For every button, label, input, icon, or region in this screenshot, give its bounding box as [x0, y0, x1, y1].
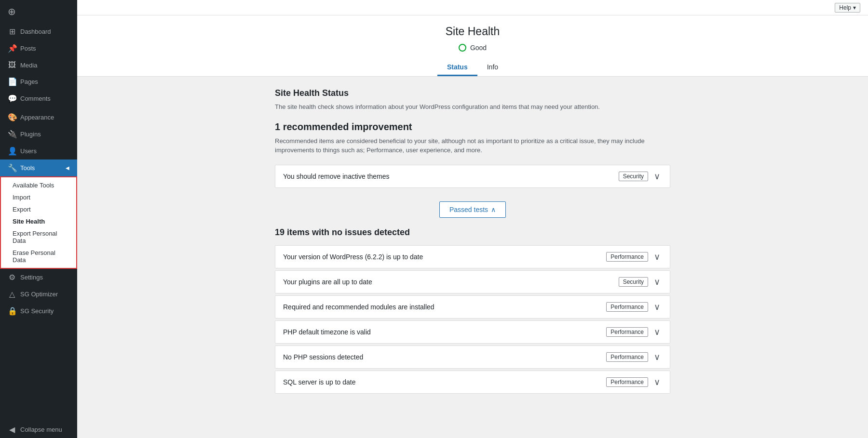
sg-optimizer-icon: △: [8, 290, 16, 299]
comments-icon: 💬: [8, 94, 16, 103]
page-title: Site Health: [77, 25, 868, 38]
recommended-items: You should remove inactive themes Securi…: [275, 165, 670, 188]
tabs: Status Info: [77, 59, 868, 76]
sidebar-item-pages[interactable]: 📄 Pages: [0, 73, 77, 90]
tools-submenu: Available Tools Import Export Site Healt…: [0, 176, 77, 269]
check-item-label-4: No PHP sessions detected: [283, 353, 363, 361]
expand-button-ni-5[interactable]: ∨: [652, 377, 662, 387]
submenu-export[interactable]: Export: [1, 203, 76, 215]
collapse-icon: ◀: [8, 425, 16, 434]
users-icon: 👤: [8, 146, 16, 156]
check-item-2: Required and recommended modules are ins…: [275, 295, 670, 319]
check-item-label: You should remove inactive themes: [283, 173, 390, 180]
check-item-3: PHP default timezone is valid Performanc…: [275, 320, 670, 344]
check-item-0: Your version of WordPress (6.2.2) is up …: [275, 245, 670, 268]
expand-button-0[interactable]: ∨: [652, 171, 662, 182]
content-area: Site Health Status The site health check…: [256, 77, 690, 407]
check-item-1: Your plugins are all up to date Security…: [275, 270, 670, 293]
sidebar-item-dashboard[interactable]: ⊞ Dashboard: [0, 23, 77, 40]
badge-2: Performance: [606, 302, 648, 312]
sg-security-icon: 🔒: [8, 306, 16, 316]
check-item-right: Security ∨: [619, 171, 662, 182]
posts-icon: 📌: [8, 44, 16, 53]
sidebar-item-media[interactable]: 🖼 Media: [0, 57, 77, 73]
media-icon: 🖼: [8, 61, 16, 69]
plugins-icon: 🔌: [8, 130, 16, 139]
sidebar: ⊕ ⊞ Dashboard 📌 Posts 🖼 Media 📄 Pages 💬 …: [0, 0, 77, 438]
sidebar-logo: ⊕: [0, 0, 77, 23]
check-item-label-1: Your plugins are all up to date: [283, 278, 372, 286]
badge-1: Security: [619, 277, 648, 287]
health-status: Good: [77, 44, 868, 52]
submenu-available-tools[interactable]: Available Tools: [1, 179, 76, 191]
submenu-import[interactable]: Import: [1, 191, 76, 203]
pages-icon: 📄: [8, 77, 16, 86]
health-status-label: Good: [470, 44, 487, 52]
check-item-4: No PHP sessions detected Performance ∨: [275, 345, 670, 369]
sidebar-item-collapse[interactable]: ◀ Collapse menu: [0, 421, 77, 438]
check-item-5: SQL server is up to date Performance ∨: [275, 371, 670, 394]
check-item-label-0: Your version of WordPress (6.2.2) is up …: [283, 253, 423, 261]
submenu-site-health[interactable]: Site Health: [1, 215, 76, 227]
settings-icon: ⚙: [8, 273, 16, 282]
tab-info[interactable]: Info: [477, 59, 508, 76]
badge-security: Security: [619, 172, 648, 181]
check-item-recommended-0: You should remove inactive themes Securi…: [275, 165, 670, 188]
sidebar-item-posts[interactable]: 📌 Posts: [0, 40, 77, 57]
main-content: Help ▾ Site Health Good Status Info Site…: [77, 0, 868, 438]
badge-0: Performance: [606, 252, 648, 262]
check-item-label-5: SQL server is up to date: [283, 378, 355, 386]
passed-tests-section: Passed tests ∧: [275, 201, 670, 218]
sidebar-item-sg-security[interactable]: 🔒 SG Security: [0, 303, 77, 319]
appearance-icon: 🎨: [8, 113, 16, 122]
tools-icon: 🔧: [8, 163, 16, 173]
badge-3: Performance: [606, 327, 648, 337]
tab-status[interactable]: Status: [437, 59, 477, 76]
passed-tests-button[interactable]: Passed tests ∧: [439, 201, 506, 218]
topbar: Help ▾: [77, 0, 868, 15]
passed-tests-label: Passed tests: [449, 206, 488, 213]
badge-4: Performance: [606, 352, 648, 362]
expand-button-ni-2[interactable]: ∨: [652, 302, 662, 312]
expand-button-ni-1[interactable]: ∨: [652, 277, 662, 287]
check-item-label-2: Required and recommended modules are ins…: [283, 303, 434, 311]
dashboard-icon: ⊞: [8, 27, 16, 36]
submenu-erase-personal[interactable]: Erase Personal Data: [1, 247, 76, 266]
badge-5: Performance: [606, 377, 648, 387]
submenu-export-personal[interactable]: Export Personal Data: [1, 227, 76, 247]
expand-button-ni-3[interactable]: ∨: [652, 327, 662, 337]
expand-button-ni-4[interactable]: ∨: [652, 352, 662, 362]
sidebar-item-tools[interactable]: 🔧 Tools ◀: [0, 159, 77, 176]
sidebar-item-settings[interactable]: ⚙ Settings: [0, 269, 77, 286]
sidebar-item-users[interactable]: 👤 Users: [0, 143, 77, 159]
sidebar-item-plugins[interactable]: 🔌 Plugins: [0, 126, 77, 143]
improvement-desc: Recommended items are considered benefic…: [275, 136, 670, 155]
sidebar-item-sg-optimizer[interactable]: △ SG Optimizer: [0, 286, 77, 303]
expand-button-ni-0[interactable]: ∨: [652, 252, 662, 262]
passed-tests-arrow-icon: ∧: [491, 206, 496, 213]
help-button[interactable]: Help ▾: [835, 3, 860, 13]
section-title: Site Health Status: [275, 88, 670, 98]
section-desc: The site health check shows information …: [275, 102, 670, 112]
no-issues-list: Your version of WordPress (6.2.2) is up …: [275, 245, 670, 394]
sidebar-item-appearance[interactable]: 🎨 Appearance: [0, 109, 77, 126]
check-item-label-3: PHP default timezone is valid: [283, 328, 371, 336]
improvement-count: 1 recommended improvement: [275, 121, 670, 133]
health-dot-icon: [459, 44, 466, 52]
page-header: Site Health Good Status Info: [77, 15, 868, 77]
no-issues-title: 19 items with no issues detected: [275, 227, 670, 238]
sidebar-item-comments[interactable]: 💬 Comments: [0, 90, 77, 107]
